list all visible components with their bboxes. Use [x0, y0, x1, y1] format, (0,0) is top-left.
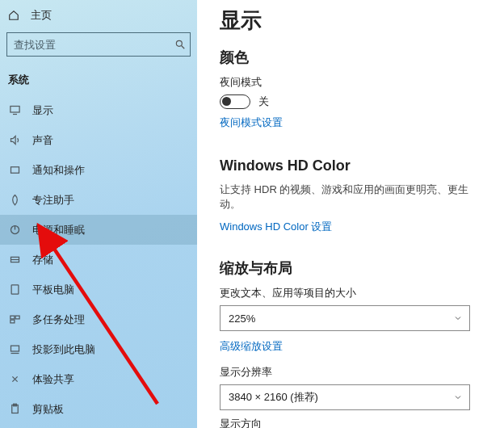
sound-icon	[8, 134, 21, 146]
sidebar-item-sound[interactable]: 声音	[0, 125, 197, 155]
sidebar-item-label: 通知和操作	[32, 163, 85, 178]
multitask-icon	[8, 313, 21, 325]
sidebar-item-tablet[interactable]: 平板电脑	[0, 275, 197, 304]
sidebar-item-label: 存储	[32, 253, 53, 267]
project-icon	[8, 343, 21, 355]
svg-rect-14	[10, 346, 19, 351]
hdcolor-description: 让支持 HDR 的视频、游戏和应用的画面更明亮、更生动。	[220, 183, 489, 212]
sidebar-item-project[interactable]: 投影到此电脑	[0, 334, 197, 364]
sidebar: 主页 系统 显示 声音 通知和操作 专注助手	[0, 0, 197, 428]
svg-rect-13	[10, 320, 14, 323]
share-icon	[8, 373, 21, 385]
sidebar-item-share[interactable]: 体验共享	[0, 364, 197, 394]
sidebar-item-label: 显示	[32, 103, 53, 118]
tablet-icon	[8, 283, 21, 296]
section-hdcolor-heading: Windows HD Color	[220, 157, 489, 174]
content-pane: 显示 颜色 夜间模式 关 夜间模式设置 Windows HD Color 让支持…	[197, 0, 504, 428]
night-light-toggle[interactable]	[220, 94, 250, 109]
sidebar-item-multitask[interactable]: 多任务处理	[0, 304, 197, 334]
scale-select[interactable]: 225%	[220, 305, 470, 331]
storage-icon	[8, 254, 21, 266]
svg-rect-11	[10, 316, 14, 319]
night-light-settings-link[interactable]: 夜间模式设置	[220, 115, 283, 130]
home-link[interactable]: 主页	[0, 3, 197, 27]
sidebar-item-storage[interactable]: 存储	[0, 245, 197, 275]
toggle-knob	[222, 97, 231, 106]
sidebar-item-display[interactable]: 显示	[0, 95, 197, 125]
svg-rect-2	[10, 107, 19, 113]
resolution-label: 显示分辨率	[220, 365, 489, 380]
home-label: 主页	[31, 8, 52, 23]
search-input[interactable]	[6, 32, 191, 57]
notification-icon	[8, 164, 21, 176]
sidebar-item-label: 平板电脑	[32, 283, 74, 297]
page-title: 显示	[220, 6, 489, 35]
sidebar-item-label: 电源和睡眠	[32, 223, 85, 237]
power-icon	[8, 224, 21, 236]
sidebar-item-notifications[interactable]: 通知和操作	[0, 155, 197, 185]
section-color-heading: 颜色	[220, 48, 489, 67]
category-heading: 系统	[0, 61, 197, 95]
chevron-down-icon	[453, 313, 463, 323]
scale-value: 225%	[229, 313, 255, 325]
sidebar-item-clipboard[interactable]: 剪贴板	[0, 394, 197, 424]
hdcolor-settings-link[interactable]: Windows HD Color 设置	[220, 220, 332, 234]
sidebar-item-label: 专注助手	[32, 193, 74, 208]
sidebar-item-focus[interactable]: 专注助手	[0, 185, 197, 215]
orientation-label: 显示方向	[220, 417, 489, 428]
section-scale-heading: 缩放与布局	[220, 258, 489, 278]
resolution-select[interactable]: 3840 × 2160 (推荐)	[220, 384, 470, 410]
sidebar-item-label: 投影到此电脑	[32, 342, 95, 357]
chevron-down-icon	[453, 392, 463, 402]
svg-rect-5	[10, 167, 19, 174]
night-light-label: 夜间模式	[220, 75, 489, 90]
resolution-value: 3840 × 2160 (推荐)	[229, 390, 318, 405]
scale-label: 更改文本、应用等项目的大小	[220, 286, 489, 300]
monitor-icon	[8, 104, 21, 116]
advanced-scaling-link[interactable]: 高级缩放设置	[220, 339, 283, 354]
svg-rect-12	[15, 316, 19, 319]
settings-search[interactable]	[6, 32, 191, 57]
clipboard-icon	[8, 403, 21, 415]
svg-marker-4	[10, 136, 15, 145]
night-light-state: 关	[258, 94, 269, 109]
svg-rect-10	[11, 285, 19, 294]
sidebar-item-label: 多任务处理	[32, 313, 85, 327]
sidebar-item-label: 声音	[32, 133, 53, 148]
sidebar-item-label: 体验共享	[32, 372, 74, 387]
home-icon	[8, 10, 19, 21]
sidebar-item-power-sleep[interactable]: 电源和睡眠	[0, 215, 197, 245]
sidebar-item-label: 剪贴板	[32, 402, 64, 417]
focus-icon	[8, 194, 21, 206]
